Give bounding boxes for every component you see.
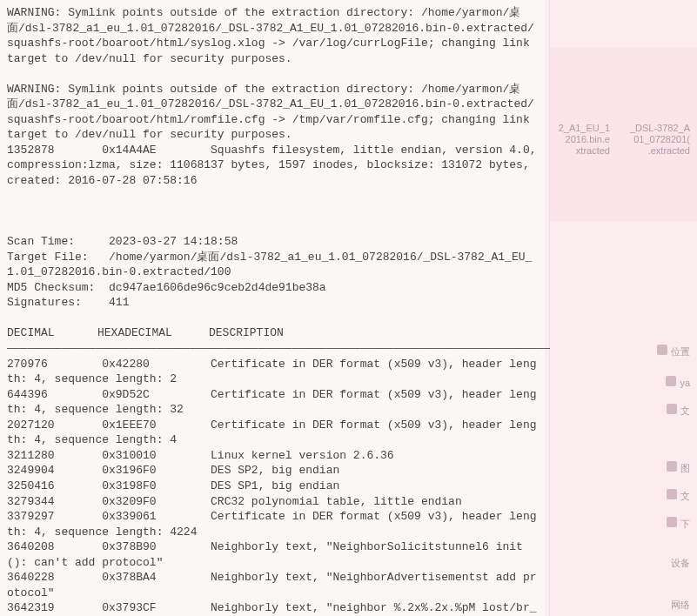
- scan-time: 2023-03-27 14:18:58: [109, 235, 238, 248]
- warning-1: WARNING: Symlink points outside of the e…: [7, 6, 537, 65]
- col-header-hex: HEXADECIMAL: [97, 325, 209, 341]
- folder-icon: [667, 517, 677, 527]
- sig-label: Signatures:: [7, 296, 82, 309]
- side-home[interactable]: ya: [666, 376, 690, 390]
- scan-time-label: Scan Time:: [7, 235, 75, 248]
- side-label-text: 文: [680, 405, 690, 416]
- sig-count: 411: [109, 296, 129, 309]
- side-pics[interactable]: 图: [667, 461, 690, 475]
- side-label-text: 文: [680, 491, 690, 501]
- folder-icon: [667, 404, 677, 414]
- side-label-text: 下: [680, 519, 690, 529]
- folder-icon: [657, 345, 667, 355]
- side-network: 网络: [671, 599, 690, 612]
- rows-container: 270976 0x42280 Certificate in DER format…: [7, 358, 537, 616]
- side-label-text: 图: [680, 463, 690, 473]
- side-docs2[interactable]: 文: [667, 489, 690, 503]
- side-label-text: 网络: [671, 599, 690, 610]
- side-label-text: ya: [680, 378, 690, 388]
- folder-icon: [667, 461, 677, 472]
- md5-label: MD5 Checksum:: [7, 281, 95, 294]
- terminal-output: WARNING: Symlink points outside of the e…: [0, 0, 545, 616]
- side-location[interactable]: 位置: [657, 345, 690, 358]
- col-header-desc: DESCRIPTION: [209, 326, 284, 339]
- target-label: Target File:: [7, 251, 89, 264]
- md5-value: dc947ae1606de96c9ceb2d4de91be38a: [109, 281, 326, 294]
- side-docs[interactable]: 文: [667, 404, 690, 418]
- file-label-6: .extracted: [648, 144, 690, 157]
- side-devices: 设备: [671, 557, 690, 570]
- warning-2: WARNING: Symlink points outside of the e…: [7, 83, 537, 142]
- folder-icon: [667, 489, 677, 499]
- side-downloads[interactable]: 下: [667, 517, 690, 531]
- squashfs-line: 1352878 0x14A4AE Squashfs filesystem, li…: [7, 144, 543, 187]
- col-header-decimal: DECIMAL: [7, 325, 97, 341]
- home-icon: [666, 376, 676, 386]
- side-label-text: 设备: [671, 558, 690, 568]
- side-label-text: 位置: [671, 346, 690, 357]
- file-label-3: xtracted: [576, 144, 610, 157]
- table-rule: ————————————————————————————————————————…: [7, 342, 550, 355]
